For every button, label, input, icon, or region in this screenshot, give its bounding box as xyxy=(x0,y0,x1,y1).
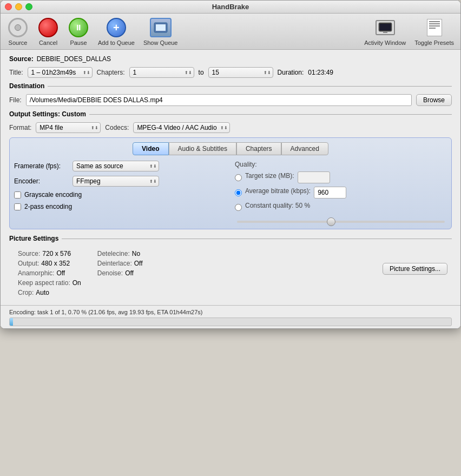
title-row: Title: 1 – 01h23m49s Chapters: 1 to 15 D… xyxy=(9,67,452,78)
chapter-from-select[interactable]: 1 xyxy=(129,67,194,78)
svg-rect-1 xyxy=(156,24,166,31)
ps-source-row: Source: 720 x 576 xyxy=(18,250,81,257)
framerate-select[interactable]: Same as source xyxy=(73,161,159,171)
monitor-icon xyxy=(376,20,395,35)
ps-detelecine-label: Detelecine: xyxy=(97,250,130,257)
video-right-col: Quality: Target size (MB): Average bitra… xyxy=(235,161,447,224)
pause-label: Pause xyxy=(70,39,87,46)
addqueue-label: Add to Queue xyxy=(98,39,135,46)
cancel-toolbar-item[interactable]: Cancel xyxy=(37,17,59,46)
presets-label: Toggle Presets xyxy=(414,39,454,46)
addqueue-icon-box: + xyxy=(106,17,127,38)
ps-anamorphic-label: Anamorphic: xyxy=(18,269,54,277)
format-select[interactable]: MP4 file xyxy=(36,122,101,133)
activity-icon-box xyxy=(374,17,396,38)
chapter-to-wrapper: 15 xyxy=(208,67,273,78)
video-left-col: Framerate (fps): Same as source Encoder:… xyxy=(14,161,226,224)
ps-divider-line xyxy=(62,239,452,239)
pause-icon-box: ⏸ xyxy=(68,17,89,38)
ps-crop-row: Crop: Auto xyxy=(18,289,81,296)
chapters-label: Chapters: xyxy=(97,69,125,76)
minimize-button[interactable] xyxy=(15,3,22,10)
grayscale-label: Grayscale encoding xyxy=(24,191,82,199)
encoder-row: Encoder: FFmpeg xyxy=(14,176,226,187)
encoder-select-wrapper: FFmpeg xyxy=(73,176,159,187)
grayscale-row: Grayscale encoding xyxy=(14,191,226,199)
cancel-icon xyxy=(37,17,59,38)
disc-icon xyxy=(8,18,28,37)
framerate-row: Framerate (fps): Same as source xyxy=(14,161,226,171)
target-size-radio[interactable] xyxy=(235,174,242,181)
toolbar: Source Cancel ⏸ Pause + Add to Queue xyxy=(1,14,460,50)
divider-line xyxy=(48,86,452,87)
encoding-status: Encoding: task 1 of 1, 0.70 % (21.06 fps… xyxy=(9,309,452,315)
avg-bitrate-label: Average bitrate (kbps): xyxy=(245,187,311,195)
codecs-select[interactable]: MPEG-4 Video / AAC Audio xyxy=(133,122,230,133)
target-size-label: Target size (MB): xyxy=(245,172,294,180)
avg-bitrate-radio[interactable] xyxy=(235,189,242,196)
progress-bar-outer xyxy=(9,318,452,326)
browse-button[interactable]: Browse xyxy=(416,94,452,106)
presets-icon-box xyxy=(424,17,445,38)
encoder-select[interactable]: FFmpeg xyxy=(73,176,159,187)
svg-rect-4 xyxy=(383,32,387,33)
tabs-bar: Video Audio & Subtitles Chapters Advance… xyxy=(14,142,447,155)
main-content: Source: DEBBIE_DOES_DALLAS Title: 1 – 01… xyxy=(1,50,460,305)
grayscale-checkbox[interactable] xyxy=(14,191,21,199)
ps-detelecine-value: No xyxy=(132,250,140,257)
constant-quality-radio[interactable] xyxy=(235,204,242,211)
format-select-wrapper: MP4 file xyxy=(36,122,101,133)
activity-toolbar-item[interactable]: Activity Window xyxy=(364,17,406,46)
source-toolbar-item[interactable]: Source xyxy=(7,17,29,46)
file-path-input[interactable] xyxy=(26,94,412,106)
ps-button-area: Picture Settings... xyxy=(383,263,452,275)
close-button[interactable] xyxy=(5,3,12,10)
avg-bitrate-input[interactable] xyxy=(314,187,346,199)
queue-icon xyxy=(150,18,172,37)
showqueue-toolbar-item[interactable]: Show Queue xyxy=(143,17,178,46)
twopass-checkbox[interactable] xyxy=(14,203,21,210)
progress-bar-inner xyxy=(10,318,13,326)
quality-slider[interactable] xyxy=(237,221,445,223)
quality-slider-container xyxy=(235,217,447,224)
avg-bitrate-row: Average bitrate (kbps): xyxy=(235,187,447,199)
ps-output-label: Output: xyxy=(18,260,39,267)
ps-crop-label: Crop: xyxy=(18,289,34,296)
ps-deinterlace-value: Off xyxy=(134,260,143,267)
ps-deinterlace-label: Deinterlace: xyxy=(97,260,132,267)
ps-crop-value: Auto xyxy=(36,289,49,296)
to-label: to xyxy=(199,69,204,76)
tab-advanced[interactable]: Advanced xyxy=(281,142,328,155)
picture-settings-divider: Picture Settings xyxy=(9,235,452,242)
ps-content: Source: 720 x 576 Output: 480 x 352 Anam… xyxy=(9,247,452,300)
ps-grid: Source: 720 x 576 Output: 480 x 352 Anam… xyxy=(18,250,143,296)
source-row: Source: DEBBIE_DOES_DALLAS xyxy=(9,55,452,63)
ps-output-value: 480 x 352 xyxy=(41,260,70,267)
titlebar: HandBrake xyxy=(1,1,460,14)
source-icon xyxy=(7,17,29,38)
pause-toolbar-item[interactable]: ⏸ Pause xyxy=(68,17,89,46)
ps-denoise-label: Denoise: xyxy=(97,269,123,277)
output-settings-section-label: Output Settings: Custom xyxy=(9,110,86,118)
target-size-input[interactable] xyxy=(298,171,330,183)
tab-audio-subtitles[interactable]: Audio & Subtitles xyxy=(169,142,236,155)
ps-keep-aspect-value: On xyxy=(73,279,81,287)
source-label: Source xyxy=(9,39,28,46)
presets-toolbar-item[interactable]: Toggle Presets xyxy=(414,17,454,46)
presets-icon xyxy=(427,19,442,36)
addqueue-toolbar-item[interactable]: + Add to Queue xyxy=(98,17,135,46)
ps-denoise-value: Off xyxy=(125,269,134,277)
title-select[interactable]: 1 – 01h23m49s xyxy=(28,67,93,78)
status-bar: Encoding: task 1 of 1, 0.70 % (21.06 fps… xyxy=(1,305,460,328)
tab-chapters[interactable]: Chapters xyxy=(236,142,281,155)
chapter-to-select[interactable]: 15 xyxy=(208,67,273,78)
output-divider-line xyxy=(89,114,452,115)
picture-settings-button[interactable]: Picture Settings... xyxy=(383,263,447,275)
title-select-wrapper: 1 – 01h23m49s xyxy=(28,67,93,78)
twopass-row: 2-pass encoding xyxy=(14,203,226,210)
ps-source-value: 720 x 576 xyxy=(42,250,71,257)
ps-detelecine-row: Detelecine: No xyxy=(97,250,143,257)
pause-icon: ⏸ xyxy=(69,18,88,37)
maximize-button[interactable] xyxy=(25,3,32,10)
tab-video[interactable]: Video xyxy=(133,142,168,155)
